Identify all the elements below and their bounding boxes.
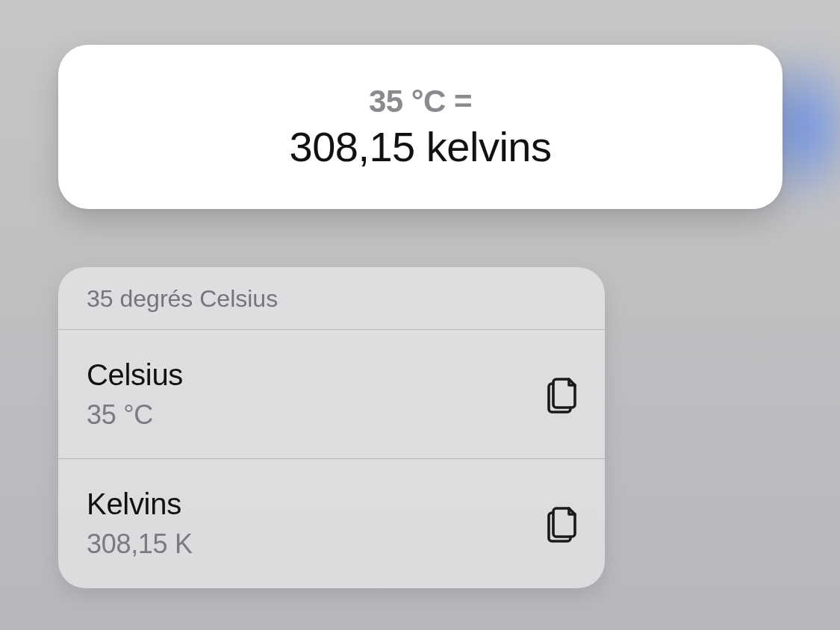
conversion-result-card: 35 °C = 308,15 kelvins: [58, 45, 783, 209]
list-row-title: Kelvins: [87, 487, 193, 521]
conversion-source-label: 35 °C =: [369, 84, 472, 119]
list-row-celsius[interactable]: Celsius 35 °C: [58, 330, 605, 458]
list-row-title: Celsius: [87, 358, 183, 392]
list-header-label: 35 degrés Celsius: [58, 267, 605, 329]
copy-icon[interactable]: [545, 375, 581, 414]
copy-icon[interactable]: [545, 504, 581, 543]
conversion-list-card: 35 degrés Celsius Celsius 35 °C Kelvins …: [58, 267, 605, 588]
list-row-kelvins[interactable]: Kelvins 308,15 K: [58, 459, 605, 587]
list-row-value: 308,15 K: [87, 528, 193, 560]
list-row-text: Kelvins 308,15 K: [87, 487, 193, 560]
list-row-value: 35 °C: [87, 399, 183, 431]
list-row-text: Celsius 35 °C: [87, 358, 183, 431]
conversion-result-label: 308,15 kelvins: [289, 122, 551, 171]
